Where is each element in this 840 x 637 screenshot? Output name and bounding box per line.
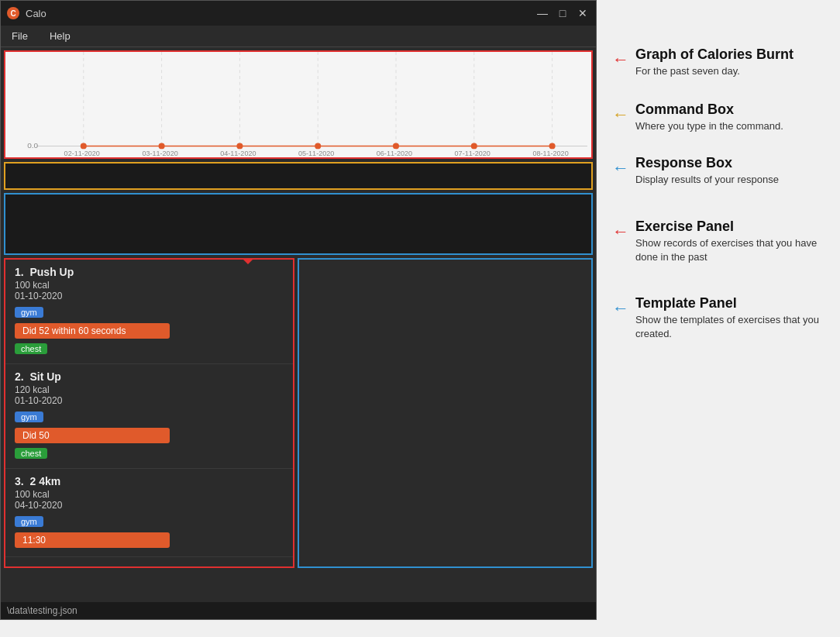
exercise-2-title: 2. Sit Up: [15, 370, 284, 383]
status-text: \data\testing.json: [7, 605, 77, 616]
graph-annotation-desc: For the past seven day.: [635, 64, 794, 78]
main-window: C Calo — □ ✕ File Help 0.0: [0, 0, 597, 620]
exercise-item-1: 1. Push Up 100 kcal 01-10-2020 gym Did 5…: [5, 260, 293, 364]
graph-svg: 0.0 02-11-2020 03-11-2020 04-11-2020 05-…: [5, 52, 591, 157]
svg-text:06-11-2020: 06-11-2020: [377, 150, 412, 157]
exercise-3-desc: 11:30: [15, 532, 170, 548]
status-bar: \data\testing.json: [1, 602, 596, 619]
exercise-2-tag-chest: chest: [15, 448, 47, 459]
template-panel: [298, 258, 593, 568]
annotations-panel: ← Graph of Calories Burnt For the past s…: [612, 46, 837, 363]
graph-annotation-title: Graph of Calories Burnt: [635, 46, 794, 63]
svg-text:08-11-2020: 08-11-2020: [532, 150, 568, 157]
menu-bar: File Help: [1, 26, 596, 47]
svg-text:05-11-2020: 05-11-2020: [298, 150, 334, 157]
exercise-panel[interactable]: 1. Push Up 100 kcal 01-10-2020 gym Did 5…: [4, 258, 294, 568]
svg-text:02-11-2020: 02-11-2020: [64, 150, 100, 157]
maximize-button[interactable]: □: [556, 7, 570, 19]
svg-text:03-11-2020: 03-11-2020: [142, 150, 177, 157]
menu-help[interactable]: Help: [45, 29, 75, 43]
exercise-1-kcal: 100 kcal: [15, 280, 284, 291]
template-annotation-title: Template Panel: [635, 295, 837, 312]
window-controls: — □ ✕: [535, 7, 590, 19]
svg-text:04-11-2020: 04-11-2020: [220, 150, 256, 157]
exercise-3-tag-gym: gym: [15, 516, 43, 527]
exercise-2-date: 01-10-2020: [15, 395, 284, 406]
exercise-2-kcal: 120 kcal: [15, 384, 284, 395]
exercise-1-title: 1. Push Up: [15, 266, 284, 278]
exercise-item-2: 2. Sit Up 120 kcal 01-10-2020 gym Did 50…: [5, 364, 293, 469]
graph-annotation: ← Graph of Calories Burnt For the past s…: [612, 46, 837, 78]
response-box: [4, 193, 593, 255]
exercise-1-tag-gym: gym: [15, 307, 43, 318]
bottom-panels: 1. Push Up 100 kcal 01-10-2020 gym Did 5…: [4, 258, 593, 568]
window-title: Calo: [26, 8, 46, 19]
app-icon: C: [7, 7, 19, 19]
command-annotation-desc: Where you type in the command.: [635, 119, 783, 133]
exercise-2-desc: Did 50: [15, 428, 170, 443]
menu-file[interactable]: File: [7, 29, 33, 43]
minimize-button[interactable]: —: [535, 7, 549, 19]
exercise-3-kcal: 100 kcal: [15, 489, 284, 500]
exercise-annotation-title: Exercise Panel: [635, 219, 837, 235]
exercise-annotation: ← Exercise Panel Show records of exercis…: [612, 219, 837, 264]
exercise-2-tag-gym: gym: [15, 411, 43, 422]
command-box[interactable]: [4, 162, 593, 190]
command-annotation: ← Command Box Where you type in the comm…: [612, 102, 837, 133]
template-annotation-desc: Show the templates of exercises that you…: [635, 313, 837, 341]
exercise-1-desc: Did 52 within 60 seconds: [15, 323, 170, 339]
exercise-3-date: 04-10-2020: [15, 500, 284, 511]
response-annotation: ← Response Box Display results of your r…: [612, 155, 837, 187]
command-annotation-title: Command Box: [635, 102, 783, 118]
exercise-1-date: 01-10-2020: [15, 291, 284, 301]
response-annotation-desc: Display results of your response: [635, 173, 779, 187]
exercise-annotation-desc: Show records of exercises that you have …: [635, 236, 837, 264]
exercise-1-tag-chest: chest: [15, 343, 47, 354]
title-bar: C Calo — □ ✕: [1, 1, 596, 26]
svg-text:0.0: 0.0: [27, 142, 38, 150]
exercise-3-title: 3. 2 4km: [15, 475, 284, 487]
calories-graph: 0.0 02-11-2020 03-11-2020 04-11-2020 05-…: [4, 50, 593, 159]
template-annotation: ← Template Panel Show the templates of e…: [612, 295, 837, 341]
close-button[interactable]: ✕: [576, 7, 590, 19]
svg-text:07-11-2020: 07-11-2020: [455, 150, 491, 157]
exercise-item-3: 3. 2 4km 100 kcal 04-10-2020 gym 11:30: [5, 469, 293, 557]
response-annotation-title: Response Box: [635, 155, 779, 171]
svg-rect-0: [5, 52, 591, 157]
